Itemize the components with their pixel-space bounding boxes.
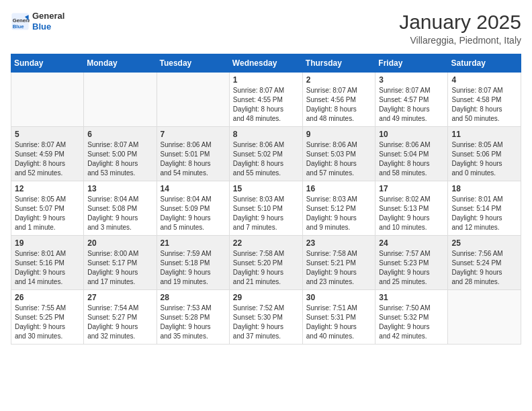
day-info: Sunrise: 7:52 AM Sunset: 5:30 PM Dayligh… (233, 304, 299, 341)
location: Villareggia, Piedmont, Italy (399, 35, 521, 46)
calendar-week-row: 12Sunrise: 8:05 AM Sunset: 5:07 PM Dayli… (11, 181, 521, 236)
day-number: 4 (451, 75, 517, 85)
day-number: 28 (161, 293, 226, 302)
calendar-cell: 22Sunrise: 7:58 AM Sunset: 5:20 PM Dayli… (229, 236, 302, 290)
day-number: 12 (15, 184, 80, 193)
day-number: 22 (233, 238, 299, 248)
day-info: Sunrise: 8:02 AM Sunset: 5:13 PM Dayligh… (379, 195, 444, 232)
calendar-cell: 27Sunrise: 7:54 AM Sunset: 5:27 PM Dayli… (84, 290, 157, 345)
calendar-week-row: 19Sunrise: 8:01 AM Sunset: 5:16 PM Dayli… (11, 236, 521, 290)
day-info: Sunrise: 8:07 AM Sunset: 4:55 PM Dayligh… (233, 86, 299, 124)
day-number: 10 (379, 130, 444, 139)
day-info: Sunrise: 8:07 AM Sunset: 4:56 PM Dayligh… (306, 86, 372, 124)
month-title: January 2025 (399, 11, 521, 34)
weekday-header: Wednesday (229, 54, 302, 73)
day-info: Sunrise: 8:07 AM Sunset: 4:59 PM Dayligh… (15, 140, 80, 178)
calendar-cell: 18Sunrise: 8:01 AM Sunset: 5:14 PM Dayli… (448, 181, 521, 236)
day-info: Sunrise: 8:01 AM Sunset: 5:14 PM Dayligh… (451, 195, 517, 232)
weekday-header: Monday (84, 54, 157, 73)
calendar-cell (84, 73, 157, 127)
weekday-header: Tuesday (157, 54, 229, 73)
day-info: Sunrise: 8:06 AM Sunset: 5:01 PM Dayligh… (161, 140, 226, 178)
day-info: Sunrise: 8:04 AM Sunset: 5:08 PM Dayligh… (87, 195, 152, 232)
day-number: 3 (379, 75, 444, 85)
day-info: Sunrise: 7:58 AM Sunset: 5:21 PM Dayligh… (306, 249, 372, 287)
svg-text:Blue: Blue (13, 23, 24, 29)
calendar-cell: 30Sunrise: 7:51 AM Sunset: 5:31 PM Dayli… (302, 290, 375, 345)
weekday-header: Thursday (302, 54, 375, 73)
calendar-cell (157, 73, 229, 127)
day-number: 13 (87, 184, 152, 193)
weekday-header: Saturday (448, 54, 521, 73)
day-number: 20 (87, 238, 152, 248)
day-info: Sunrise: 7:51 AM Sunset: 5:31 PM Dayligh… (306, 304, 372, 341)
calendar-cell: 14Sunrise: 8:04 AM Sunset: 5:09 PM Dayli… (157, 181, 229, 236)
calendar-cell: 9Sunrise: 8:06 AM Sunset: 5:03 PM Daylig… (302, 127, 375, 181)
calendar-cell: 8Sunrise: 8:06 AM Sunset: 5:02 PM Daylig… (229, 127, 302, 181)
calendar-cell: 17Sunrise: 8:02 AM Sunset: 5:13 PM Dayli… (375, 181, 448, 236)
calendar-cell: 23Sunrise: 7:58 AM Sunset: 5:21 PM Dayli… (302, 236, 375, 290)
calendar-cell: 26Sunrise: 7:55 AM Sunset: 5:25 PM Dayli… (11, 290, 84, 345)
calendar-cell (448, 290, 521, 345)
day-info: Sunrise: 8:06 AM Sunset: 5:04 PM Dayligh… (379, 140, 444, 178)
day-info: Sunrise: 8:07 AM Sunset: 4:58 PM Dayligh… (451, 86, 517, 124)
day-number: 26 (15, 293, 80, 302)
calendar-cell: 19Sunrise: 8:01 AM Sunset: 5:16 PM Dayli… (11, 236, 84, 290)
title-area: January 2025 Villareggia, Piedmont, Ital… (399, 11, 521, 46)
day-info: Sunrise: 8:04 AM Sunset: 5:09 PM Dayligh… (161, 195, 226, 232)
day-number: 6 (87, 130, 152, 139)
day-number: 1 (233, 75, 299, 85)
day-number: 24 (379, 238, 444, 248)
calendar-cell (11, 73, 84, 127)
calendar-cell: 20Sunrise: 8:00 AM Sunset: 5:17 PM Dayli… (84, 236, 157, 290)
page-header: General Blue General Blue January 2025 V… (11, 11, 521, 46)
day-number: 9 (306, 130, 372, 139)
calendar-cell: 16Sunrise: 8:03 AM Sunset: 5:12 PM Dayli… (302, 181, 375, 236)
day-info: Sunrise: 7:56 AM Sunset: 5:24 PM Dayligh… (451, 249, 517, 287)
calendar-cell: 29Sunrise: 7:52 AM Sunset: 5:30 PM Dayli… (229, 290, 302, 345)
calendar-week-row: 26Sunrise: 7:55 AM Sunset: 5:25 PM Dayli… (11, 290, 521, 345)
calendar-cell: 2Sunrise: 8:07 AM Sunset: 4:56 PM Daylig… (302, 73, 375, 127)
calendar-cell: 5Sunrise: 8:07 AM Sunset: 4:59 PM Daylig… (11, 127, 84, 181)
weekday-header: Sunday (11, 54, 84, 73)
calendar-week-row: 1Sunrise: 8:07 AM Sunset: 4:55 PM Daylig… (11, 73, 521, 127)
day-info: Sunrise: 7:57 AM Sunset: 5:23 PM Dayligh… (379, 249, 444, 287)
calendar-cell: 21Sunrise: 7:59 AM Sunset: 5:18 PM Dayli… (157, 236, 229, 290)
day-number: 7 (161, 130, 226, 139)
day-number: 15 (233, 184, 299, 193)
day-info: Sunrise: 7:54 AM Sunset: 5:27 PM Dayligh… (87, 304, 152, 341)
calendar-cell: 12Sunrise: 8:05 AM Sunset: 5:07 PM Dayli… (11, 181, 84, 236)
day-number: 23 (306, 238, 372, 248)
day-number: 2 (306, 75, 372, 85)
day-info: Sunrise: 8:03 AM Sunset: 5:10 PM Dayligh… (233, 195, 299, 232)
day-info: Sunrise: 7:50 AM Sunset: 5:32 PM Dayligh… (379, 304, 444, 341)
calendar-cell: 4Sunrise: 8:07 AM Sunset: 4:58 PM Daylig… (448, 73, 521, 127)
day-info: Sunrise: 7:55 AM Sunset: 5:25 PM Dayligh… (15, 304, 80, 341)
calendar-cell: 3Sunrise: 8:07 AM Sunset: 4:57 PM Daylig… (375, 73, 448, 127)
calendar: SundayMondayTuesdayWednesdayThursdayFrid… (11, 54, 521, 345)
day-info: Sunrise: 8:06 AM Sunset: 5:02 PM Dayligh… (233, 140, 299, 178)
calendar-cell: 25Sunrise: 7:56 AM Sunset: 5:24 PM Dayli… (448, 236, 521, 290)
calendar-week-row: 5Sunrise: 8:07 AM Sunset: 4:59 PM Daylig… (11, 127, 521, 181)
calendar-cell: 28Sunrise: 7:53 AM Sunset: 5:28 PM Dayli… (157, 290, 229, 345)
logo-icon: General Blue (11, 12, 30, 31)
calendar-cell: 1Sunrise: 8:07 AM Sunset: 4:55 PM Daylig… (229, 73, 302, 127)
day-info: Sunrise: 8:05 AM Sunset: 5:07 PM Dayligh… (15, 195, 80, 232)
day-info: Sunrise: 7:58 AM Sunset: 5:20 PM Dayligh… (233, 249, 299, 287)
calendar-cell: 24Sunrise: 7:57 AM Sunset: 5:23 PM Dayli… (375, 236, 448, 290)
calendar-cell: 11Sunrise: 8:05 AM Sunset: 5:06 PM Dayli… (448, 127, 521, 181)
day-number: 18 (451, 184, 517, 193)
day-info: Sunrise: 8:05 AM Sunset: 5:06 PM Dayligh… (451, 140, 517, 178)
day-info: Sunrise: 8:06 AM Sunset: 5:03 PM Dayligh… (306, 140, 372, 178)
calendar-cell: 31Sunrise: 7:50 AM Sunset: 5:32 PM Dayli… (375, 290, 448, 345)
day-number: 17 (379, 184, 444, 193)
day-number: 31 (379, 293, 444, 302)
day-number: 14 (161, 184, 226, 193)
day-info: Sunrise: 8:07 AM Sunset: 5:00 PM Dayligh… (87, 140, 152, 178)
calendar-cell: 7Sunrise: 8:06 AM Sunset: 5:01 PM Daylig… (157, 127, 229, 181)
day-info: Sunrise: 7:53 AM Sunset: 5:28 PM Dayligh… (161, 304, 226, 341)
day-info: Sunrise: 8:00 AM Sunset: 5:17 PM Dayligh… (87, 249, 152, 287)
calendar-cell: 13Sunrise: 8:04 AM Sunset: 5:08 PM Dayli… (84, 181, 157, 236)
day-number: 30 (306, 293, 372, 302)
calendar-cell: 15Sunrise: 8:03 AM Sunset: 5:10 PM Dayli… (229, 181, 302, 236)
